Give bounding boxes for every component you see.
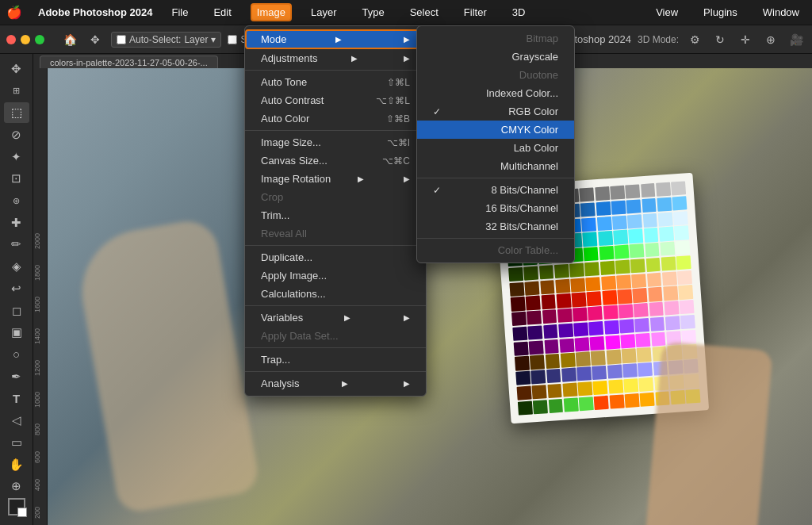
mode-32bit[interactable]: 32 Bits/Channel [417,217,574,236]
tool-gradient[interactable]: ▣ [4,322,29,343]
menu-mode-label: Mode [261,33,287,45]
menu-image-rotation[interactable]: Image Rotation ▶ [245,170,426,188]
mode-submenu-popup[interactable]: Bitmap Grayscale Duotone Indexed Color..… [416,25,575,263]
tool-history[interactable]: ↩ [4,278,29,299]
menu-view[interactable]: View [649,3,684,21]
tool-heal[interactable]: ✚ [4,213,29,233]
show-transform-check[interactable] [228,35,237,44]
menu-variables[interactable]: Variables ▶ [245,308,426,327]
menu-reveal-all[interactable]: Reveal All [245,224,426,243]
auto-select-checkbox[interactable] [117,35,126,44]
menu-mode[interactable]: Mode ▶ [245,29,426,49]
close-button[interactable] [6,35,16,44]
menu-select[interactable]: Select [404,3,445,21]
auto-contrast-shortcut: ⌥⇧⌘L [360,95,410,106]
mode-grayscale[interactable]: Grayscale [417,48,574,66]
menu-file[interactable]: File [165,3,194,21]
tool-eraser[interactable]: ◻ [4,301,29,321]
menu-auto-contrast[interactable]: Auto Contrast ⌥⇧⌘L [245,91,426,109]
image-size-shortcut: ⌥⌘I [371,137,410,148]
v-ruler-200: 200 [33,507,41,519]
sep4 [245,305,426,306]
menu-image[interactable]: Image [251,3,292,21]
minimize-button[interactable] [21,35,30,44]
variables-arrow-icon: ▶ [344,313,350,322]
mode-cmyk-color[interactable]: CMYK Color [417,121,574,139]
tool-pen[interactable]: ✒ [4,366,29,387]
v-ruler-1600: 1600 [33,297,41,312]
3d-icon4[interactable]: ⊕ [761,30,780,49]
multichannel-label: Multichannel [500,160,558,172]
menu-canvas-size[interactable]: Canvas Size... ⌥⌘C [245,151,426,170]
tool-magic-wand[interactable]: ✦ [4,147,29,167]
menu-apply-image[interactable]: Apply Image... [245,266,426,285]
tool-rect-select[interactable]: ⬚ [4,102,29,123]
mode-multichannel[interactable]: Multichannel [417,157,574,175]
mode-bitmap[interactable]: Bitmap [417,29,574,48]
8bit-label: 8 Bits/Channel [491,184,558,196]
maximize-button[interactable] [35,35,44,44]
menu-type[interactable]: Type [356,3,391,21]
mode-lab-color[interactable]: Lab Color [417,139,574,157]
3d-icon3[interactable]: ✛ [736,30,755,49]
tool-move[interactable]: ✥ [4,59,29,79]
tool-shape[interactable]: ▭ [4,432,29,453]
menu-3d[interactable]: 3D [506,3,532,21]
trap-label: Trap... [261,354,290,366]
menu-adjustments-arrow-icon: ▶ [351,54,358,63]
3d-icon2[interactable]: ↻ [710,30,730,49]
tool-hand[interactable]: ✋ [4,454,29,475]
tool-crop[interactable]: ⊡ [4,169,29,190]
analysis-label: Analysis [261,377,299,389]
tool-lasso[interactable]: ⊘ [4,125,29,145]
3d-icon1[interactable]: ⚙ [685,30,704,49]
menu-image-size[interactable]: Image Size... ⌥⌘I [245,133,426,151]
menu-filter[interactable]: Filter [458,3,493,21]
tool-zoom[interactable]: ⊕ [4,476,29,496]
mode-color-table[interactable]: Color Table... [417,241,574,259]
menu-auto-tone[interactable]: Auto Tone ⇧⌘L [245,73,426,91]
tool-brush[interactable]: ✏ [4,235,29,255]
canvas-size-label: Canvas Size... [261,155,327,167]
v-ruler-800: 800 [33,423,41,435]
menu-duplicate[interactable]: Duplicate... [245,248,426,266]
menu-apply-data-set[interactable]: Apply Data Set... [245,327,426,345]
sep3 [245,245,426,246]
tool-eyedropper[interactable]: ⊛ [4,190,29,211]
menu-adjustments[interactable]: Adjustments ▶ [245,49,426,67]
menu-mode-arrow-icon: ▶ [335,35,342,44]
tab-file[interactable]: colors-in-palette-2023-11-27-05-00-26-..… [40,56,218,69]
indexed-color-label: Indexed Color... [486,87,558,99]
menu-layer[interactable]: Layer [304,3,343,21]
3d-icon5[interactable]: 🎥 [787,30,806,49]
tool-dodge[interactable]: ○ [4,344,29,365]
tool-clone[interactable]: ◈ [4,256,29,277]
tool-type[interactable]: T [4,389,29,409]
apple-logo-icon[interactable]: 🍎 [6,5,22,20]
mode-sep2 [417,238,574,239]
tool-artboard[interactable]: ⊞ [4,81,29,102]
menu-analysis[interactable]: Analysis ▶ [245,374,426,393]
menu-trim[interactable]: Trim... [245,206,426,224]
menu-window[interactable]: Window [756,3,806,21]
menu-calculations[interactable]: Calculations... [245,285,426,303]
mode-rgb-color[interactable]: ✓ RGB Color [417,102,574,121]
home-icon[interactable]: 🏠 [60,30,79,49]
menu-crop[interactable]: Crop [245,188,426,206]
ruler-vertical: 200 400 600 800 1000 1200 1400 1600 1800… [33,68,48,525]
menu-edit[interactable]: Edit [207,3,237,21]
image-menu-popup[interactable]: Mode ▶ Adjustments ▶ Auto Tone ⇧⌘L Auto … [244,25,427,397]
tool-path[interactable]: ◁ [4,410,29,431]
move-icon[interactable]: ✥ [86,30,105,49]
mode-indexed-color[interactable]: Indexed Color... [417,84,574,102]
menu-auto-color[interactable]: Auto Color ⇧⌘B [245,109,426,128]
mode-16bit[interactable]: 16 Bits/Channel [417,199,574,217]
mode-duotone[interactable]: Duotone [417,66,574,84]
left-toolbox: ✥ ⊞ ⬚ ⊘ ✦ ⊡ ⊛ ✚ ✏ ◈ ↩ ◻ ▣ ○ ✒ T ◁ ▭ ✋ ⊕ [0,54,33,525]
menu-plugins[interactable]: Plugins [697,3,744,21]
auto-select-value: Layer [184,34,208,45]
auto-select-dropdown[interactable]: Auto-Select: Layer ▾ [111,32,221,48]
image-rotation-label: Image Rotation [261,173,331,185]
menu-trap[interactable]: Trap... [245,351,426,369]
mode-8bit[interactable]: ✓ 8 Bits/Channel [417,181,574,199]
